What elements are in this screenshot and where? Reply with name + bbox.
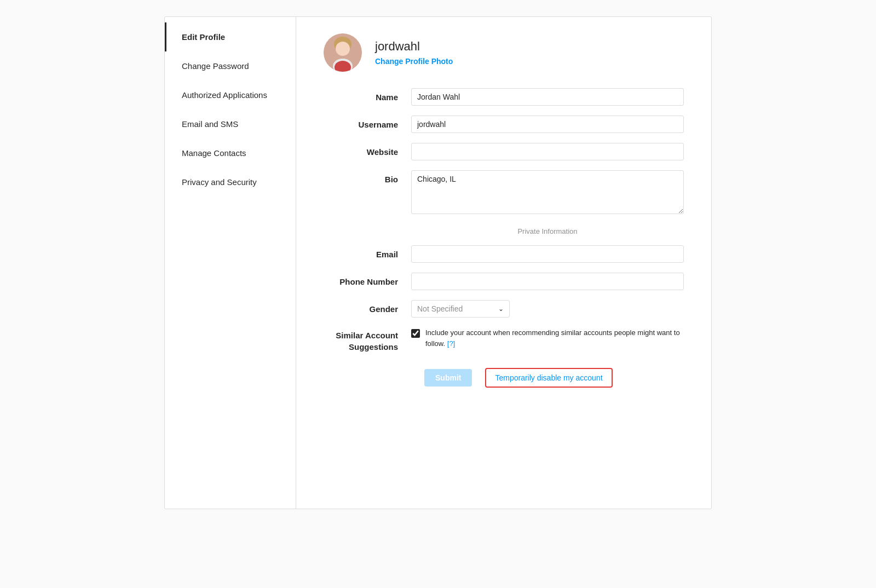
website-row: Website — [324, 143, 684, 160]
gender-row: Gender Not Specified ⌄ — [324, 300, 684, 318]
main-content: jordwahl Change Profile Photo Name Usern… — [296, 17, 711, 509]
gender-value: Not Specified — [417, 304, 463, 313]
name-row: Name — [324, 88, 684, 106]
profile-info: jordwahl Change Profile Photo — [375, 39, 453, 66]
email-label: Email — [324, 245, 411, 259]
private-info-header: Private Information — [324, 227, 684, 235]
phone-input[interactable] — [411, 273, 684, 290]
sidebar: Edit Profile Change Password Authorized … — [165, 17, 296, 509]
sidebar-item-edit-profile[interactable]: Edit Profile — [165, 22, 296, 51]
username-label: Username — [324, 116, 411, 129]
bio-input[interactable]: Chicago, IL — [411, 170, 684, 214]
settings-container: Edit Profile Change Password Authorized … — [164, 16, 712, 509]
name-label: Name — [324, 88, 411, 102]
suggestions-help-link[interactable]: [?] — [447, 339, 455, 348]
bio-label: Bio — [324, 170, 411, 184]
email-input[interactable] — [411, 245, 684, 263]
name-input[interactable] — [411, 88, 684, 106]
change-photo-link[interactable]: Change Profile Photo — [375, 57, 453, 66]
avatar[interactable] — [324, 33, 362, 72]
suggestions-row: Similar Account Suggestions Include your… — [324, 327, 684, 353]
bio-row: Bio Chicago, IL — [324, 170, 684, 214]
email-row: Email — [324, 245, 684, 263]
disable-account-link[interactable]: Temporarily disable my account — [485, 368, 612, 388]
suggestions-text: Include your account when recommending s… — [425, 327, 684, 349]
profile-header: jordwahl Change Profile Photo — [324, 33, 684, 72]
website-input[interactable] — [411, 143, 684, 160]
submit-row: Submit Temporarily disable my account — [324, 368, 684, 388]
sidebar-item-privacy-security[interactable]: Privacy and Security — [165, 168, 296, 197]
phone-label: Phone Number — [324, 273, 411, 286]
svg-point-2 — [336, 42, 350, 56]
sidebar-item-email-sms[interactable]: Email and SMS — [165, 109, 296, 139]
submit-button[interactable]: Submit — [424, 369, 472, 387]
chevron-down-icon: ⌄ — [498, 305, 504, 313]
sidebar-item-authorized-apps[interactable]: Authorized Applications — [165, 80, 296, 109]
profile-username: jordwahl — [375, 39, 453, 54]
suggestions-content: Include your account when recommending s… — [411, 327, 684, 349]
suggestions-label: Similar Account Suggestions — [324, 327, 411, 353]
phone-row: Phone Number — [324, 273, 684, 290]
website-label: Website — [324, 143, 411, 157]
gender-label: Gender — [324, 300, 411, 314]
username-row: Username — [324, 116, 684, 133]
suggestions-checkbox[interactable] — [411, 329, 420, 338]
sidebar-item-change-password[interactable]: Change Password — [165, 51, 296, 80]
username-input[interactable] — [411, 116, 684, 133]
sidebar-item-manage-contacts[interactable]: Manage Contacts — [165, 139, 296, 168]
gender-select[interactable]: Not Specified ⌄ — [411, 300, 510, 318]
